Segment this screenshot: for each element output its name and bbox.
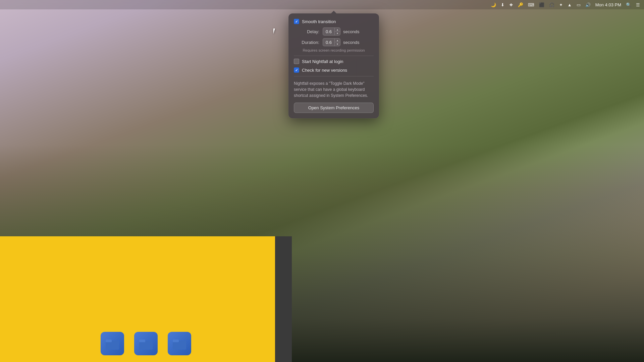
duration-value: 0.6: [323, 39, 334, 46]
dock-folder-1[interactable]: [101, 332, 124, 355]
description-text: Nightfall exposes a "Toggle Dark Mode" s…: [294, 80, 374, 99]
check-versions-label: Check for new versions: [302, 68, 347, 73]
check-mark: ✓: [295, 20, 298, 23]
smooth-transition-row: ✓ Smooth transition: [294, 19, 374, 24]
bluetooth-icon[interactable]: ✦: [559, 2, 563, 7]
duration-label: Duration:: [295, 40, 319, 45]
delay-stepper[interactable]: 0.6 ▲ ▼: [323, 27, 340, 36]
delay-stepper-buttons: ▲ ▼: [334, 28, 340, 35]
check-versions-checkbox[interactable]: ✓: [294, 67, 299, 73]
duration-unit: seconds: [343, 40, 359, 45]
requires-permission-text: Requires screen recording permission: [294, 48, 374, 52]
delay-decrement-button[interactable]: ▼: [335, 32, 340, 35]
start-at-login-label: Start Nightfall at login: [302, 59, 343, 64]
menu-bar: 🌙 ⬇ ❖ 🔑 ⌨ ⬛ 🎧 ✦ ▲ ▭ 🔊 Mon 4:03 PM 🔍 ☰: [0, 0, 644, 9]
display-icon[interactable]: ▭: [577, 2, 581, 7]
screenrecord-icon[interactable]: ⬛: [539, 2, 544, 7]
wifi-icon[interactable]: ▲: [568, 2, 572, 7]
dropbox-icon[interactable]: ❖: [509, 2, 513, 7]
nightfall-popup: ✓ Smooth transition Delay: 0.6 ▲ ▼ secon…: [288, 13, 379, 118]
headphones-icon[interactable]: 🎧: [549, 2, 554, 7]
start-at-login-checkbox[interactable]: [294, 59, 299, 64]
delay-increment-button[interactable]: ▲: [335, 28, 340, 32]
download-icon[interactable]: ⬇: [501, 2, 504, 7]
duration-stepper[interactable]: 0.6 ▲ ▼: [323, 38, 340, 46]
dock-folder-3[interactable]: [168, 332, 191, 355]
svg-rect-3: [139, 340, 145, 342]
delay-unit: seconds: [343, 29, 359, 34]
xcode-icon[interactable]: ⌨: [528, 2, 534, 7]
duration-stepper-buttons: ▲ ▼: [334, 39, 340, 46]
duration-increment-button[interactable]: ▲: [335, 39, 340, 42]
smooth-transition-checkbox[interactable]: ✓: [294, 19, 299, 24]
svg-rect-1: [106, 340, 112, 342]
duration-row: Duration: 0.6 ▲ ▼ seconds: [294, 38, 374, 46]
check-versions-row: ✓ Check for new versions: [294, 67, 374, 73]
volume-icon[interactable]: 🔊: [585, 2, 591, 7]
dock-area: [0, 236, 292, 362]
1password-icon[interactable]: 🔑: [518, 2, 523, 7]
start-at-login-row: Start Nightfall at login: [294, 59, 374, 64]
moon-icon[interactable]: 🌙: [491, 2, 496, 7]
delay-label: Delay:: [295, 29, 319, 34]
delay-row: Delay: 0.6 ▲ ▼ seconds: [294, 27, 374, 36]
dock-folder-2[interactable]: [134, 332, 158, 355]
divider-1: [294, 56, 374, 56]
open-system-preferences-button[interactable]: Open System Preferences: [294, 103, 374, 113]
delay-value: 0.6: [323, 28, 334, 35]
menu-icon[interactable]: ☰: [636, 2, 640, 7]
dock-divider: [275, 236, 292, 362]
svg-rect-5: [173, 340, 179, 342]
smooth-transition-label: Smooth transition: [302, 19, 336, 24]
search-icon[interactable]: 🔍: [626, 2, 631, 7]
clock: Mon 4:03 PM: [595, 2, 621, 7]
check-mark-2: ✓: [295, 68, 298, 72]
duration-decrement-button[interactable]: ▼: [335, 42, 340, 46]
divider-2: [294, 76, 374, 76]
